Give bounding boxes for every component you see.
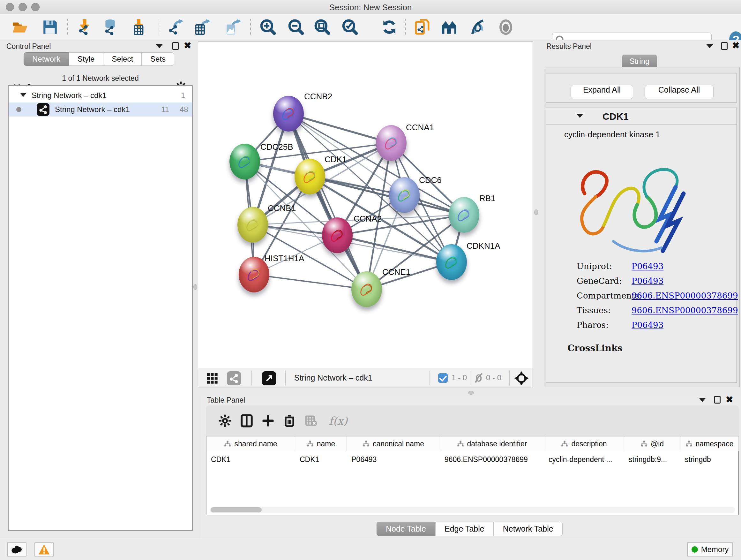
tab-select[interactable]: Select: [103, 52, 142, 66]
warnings-button[interactable]: [35, 543, 54, 557]
table-settings-gear-icon[interactable]: [217, 413, 233, 429]
zoom-fit-icon[interactable]: [314, 18, 331, 37]
table-horizontal-scrollbar[interactable]: [210, 507, 735, 513]
string-view-badge-icon[interactable]: [227, 371, 241, 385]
cloud-status-button[interactable]: [7, 543, 26, 557]
zoom-out-icon[interactable]: [287, 18, 305, 37]
column-header-canonical-name[interactable]: canonical name: [347, 436, 440, 451]
refresh-icon[interactable]: [381, 18, 398, 37]
control-panel-tabs: NetworkStyleSelectSets: [23, 52, 174, 66]
node-CDKN1A[interactable]: [436, 244, 467, 280]
table-tab-edge-table[interactable]: Edge Table: [435, 522, 494, 536]
crosslink-link-uniprot-[interactable]: P06493: [631, 261, 664, 271]
open-in-window-icon[interactable]: [262, 371, 276, 385]
left-splitter-handle[interactable]: [193, 284, 197, 290]
expand-all-button[interactable]: Expand All: [570, 85, 633, 99]
edge-HIST1H1A-CCNE1[interactable]: [254, 274, 367, 289]
results-tab-string[interactable]: String: [622, 55, 657, 67]
column-header-namespace[interactable]: namespace: [680, 436, 739, 451]
table-panel-menu-icon[interactable]: [699, 398, 706, 402]
copy-snapshot-icon[interactable]: [414, 18, 431, 37]
node-label-CCNA2: CCNA2: [354, 214, 382, 224]
tab-sets[interactable]: Sets: [142, 52, 174, 66]
column-header-database-identifier[interactable]: database identifier: [440, 436, 544, 451]
node-CDC25B[interactable]: [229, 144, 260, 179]
zoom-in-icon[interactable]: [259, 18, 277, 37]
gene-collapse-icon[interactable]: [576, 114, 583, 118]
table-cell-canonical-name[interactable]: P06493: [347, 452, 440, 466]
table-cell-description[interactable]: cyclin-dependent ...: [544, 452, 624, 466]
import-network-database-icon[interactable]: [102, 18, 119, 37]
protein-structure-thumbnail: [229, 144, 260, 179]
network-view-canvas[interactable]: CCNB2CCNA1CDC25BCDK1CDC6RB1CCNB1CCNA2CDK…: [198, 42, 533, 388]
tab-network[interactable]: Network: [23, 52, 69, 66]
crosslink-link-genecard-[interactable]: P06493: [631, 276, 664, 286]
save-session-icon[interactable]: [42, 18, 59, 37]
hide-selection-eye-icon[interactable]: [469, 18, 486, 37]
network-row-selected[interactable]: String Network – cdk1 11 48: [9, 103, 192, 117]
node-CCNA2[interactable]: [322, 217, 353, 253]
add-column-icon[interactable]: [260, 413, 276, 429]
control-panel-close-icon[interactable]: ✖: [184, 42, 191, 50]
memory-button[interactable]: Memory: [687, 543, 733, 557]
table-panel-close-icon[interactable]: ✖: [726, 396, 733, 403]
table-cell-namespace[interactable]: stringdb: [680, 452, 739, 466]
column-label: @id: [651, 440, 664, 448]
results-panel-close-icon[interactable]: ✖: [732, 42, 739, 50]
grid-view-icon[interactable]: [206, 372, 219, 386]
fit-content-crosshair-icon[interactable]: [515, 371, 529, 387]
collection-expand-icon[interactable]: [20, 93, 26, 97]
export-network-icon[interactable]: [168, 18, 185, 37]
crosslink-link-tissues-[interactable]: 9606.ENSP00000378699: [631, 306, 738, 315]
node-CDC6[interactable]: [389, 177, 420, 213]
show-columns-icon[interactable]: [239, 413, 255, 429]
selected-items-checkbox-icon[interactable]: [438, 373, 448, 383]
export-table-icon[interactable]: [195, 18, 212, 37]
control-panel-menu-icon[interactable]: [156, 44, 163, 48]
column-header-description[interactable]: description: [544, 436, 624, 451]
results-panel-menu-icon[interactable]: [706, 44, 713, 48]
open-session-icon[interactable]: [11, 18, 29, 37]
node-CCNE1[interactable]: [351, 271, 382, 307]
crosslink-link-compartments-[interactable]: 9606.ENSP00000378699: [631, 291, 738, 300]
table-cell-database-identifier[interactable]: 9606.ENSP00000378699: [440, 452, 544, 466]
crosslink-link-pharos-[interactable]: P06493: [631, 320, 664, 330]
column-label: canonical name: [373, 440, 424, 448]
node-CDK1[interactable]: [294, 159, 325, 194]
network-selection-status: 1 of 1 Network selected: [8, 74, 193, 85]
node-CCNB1[interactable]: [238, 207, 268, 243]
table-tab-network-table[interactable]: Network Table: [494, 522, 562, 536]
table-panel-float-icon[interactable]: [714, 396, 721, 403]
edge-CCNA2-CDKN1A[interactable]: [337, 235, 452, 262]
tab-style[interactable]: Style: [69, 52, 103, 66]
show-all-eye-icon[interactable]: [497, 18, 515, 37]
column-header-shared-name[interactable]: shared name: [206, 436, 295, 451]
export-image-icon[interactable]: [225, 18, 243, 37]
delete-column-trash-icon[interactable]: [281, 413, 298, 429]
birds-eye-view-icon[interactable]: [441, 18, 458, 37]
column-header-name[interactable]: name: [295, 436, 347, 451]
node-CCNA1[interactable]: [376, 125, 407, 161]
collapse-all-button[interactable]: Collapse All: [645, 85, 714, 99]
node-CCNB2[interactable]: [273, 96, 304, 132]
zoom-selected-icon[interactable]: [341, 18, 359, 37]
node-RB1[interactable]: [449, 197, 479, 233]
right-splitter-handle[interactable]: [534, 209, 538, 215]
toolbar-separator: [470, 371, 470, 385]
column-header--id[interactable]: @id: [624, 436, 680, 451]
scrollbar-thumb[interactable]: [211, 507, 262, 512]
protein-structure-thumbnail: [351, 271, 382, 307]
table-cell-name[interactable]: CDK1: [295, 452, 347, 466]
gene-header-row[interactable]: CDK1: [546, 108, 737, 125]
import-table-icon[interactable]: [131, 18, 148, 37]
table-cell--id[interactable]: stringdb:9...: [624, 452, 680, 466]
results-panel-float-icon[interactable]: [721, 42, 728, 50]
table-tab-node-table[interactable]: Node Table: [377, 522, 435, 536]
network-collection-row[interactable]: String Network – cdk1 1: [9, 88, 192, 103]
control-panel-float-icon[interactable]: [172, 42, 179, 50]
current-network-name: String Network – cdk1: [294, 373, 373, 382]
import-network-file-icon[interactable]: [77, 18, 94, 37]
node-label-CCNB1: CCNB1: [268, 203, 296, 213]
table-cell-shared-name[interactable]: CDK1: [206, 452, 295, 466]
bottom-splitter-handle[interactable]: [468, 391, 474, 395]
